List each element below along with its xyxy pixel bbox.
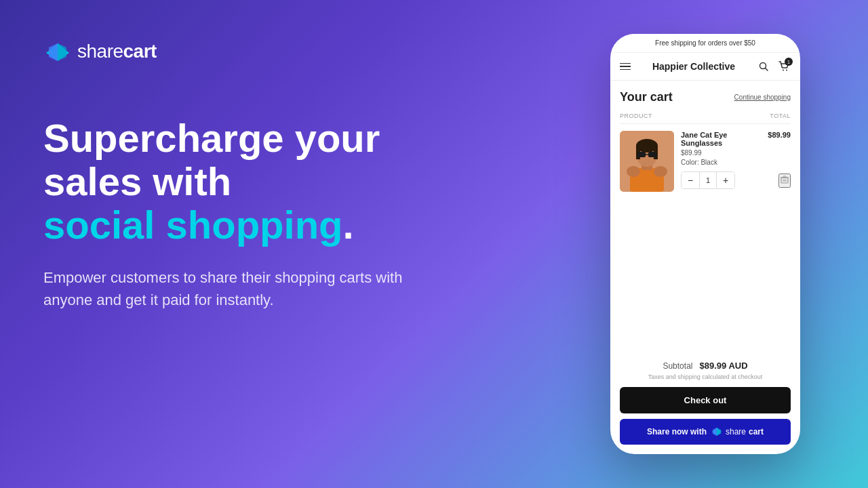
cart-badge: 1 (785, 58, 793, 66)
phone-mockup: Free shipping for orders over $50 Happie… (610, 34, 800, 454)
product-price-small: $89.99 (681, 149, 768, 157)
sharecart-logo-icon (43, 41, 71, 62)
svg-point-3 (786, 70, 787, 71)
product-info: Jane Cat Eye Sunglasses $89.99 Color: Bl… (681, 131, 791, 192)
subtext: Empower customers to share their shoppin… (43, 266, 403, 311)
product-image (620, 131, 674, 192)
store-name: Happier Collective (652, 61, 735, 72)
subtotal-value: $89.99 AUD (699, 361, 747, 371)
svg-point-2 (783, 70, 784, 71)
cart-content: Your cart Continue shopping PRODUCT TOTA… (610, 81, 800, 354)
share-brand-text: share (726, 427, 746, 436)
store-header: Happier Collective 1 (610, 53, 800, 81)
headline-period: . (343, 203, 354, 247)
headline: Supercharge your sales with social shopp… (43, 117, 464, 246)
share-button-logo: sharecart (711, 427, 764, 436)
share-button-text: Share now with (647, 427, 707, 436)
hamburger-menu[interactable] (620, 63, 631, 70)
subtotal-row: Subtotal $89.99 AUD (620, 361, 791, 371)
svg-rect-12 (648, 152, 656, 157)
svg-line-1 (766, 68, 768, 71)
taxes-note: Taxes and shipping calculated at checkou… (620, 373, 791, 380)
checkout-section: Check out Share now with sharecart (610, 387, 800, 454)
product-col-header: PRODUCT (620, 113, 652, 119)
svg-point-14 (627, 166, 640, 177)
svg-point-15 (654, 166, 667, 177)
left-panel: sharecart Supercharge your sales with so… (43, 41, 464, 311)
share-button[interactable]: Share now with sharecart (620, 419, 791, 445)
product-color: Color: Black (681, 159, 768, 166)
subtotal-label: Subtotal (663, 361, 692, 371)
svg-rect-18 (783, 176, 786, 178)
logo: sharecart (43, 41, 464, 62)
headline-line3: social shopping. (43, 203, 464, 247)
headline-line1: Supercharge your (43, 117, 464, 160)
checkout-button[interactable]: Check out (620, 387, 791, 413)
headline-line2: sales with (43, 160, 464, 203)
quantity-row: − 1 + (681, 171, 791, 189)
quantity-control: − 1 + (681, 171, 735, 189)
share-brand-cart: cart (749, 427, 764, 436)
cart-header: Your cart Continue shopping (620, 90, 791, 104)
continue-shopping-link[interactable]: Continue shopping (734, 94, 791, 101)
store-header-icons: 1 (757, 60, 791, 73)
product-name: Jane Cat Eye Sunglasses (681, 131, 768, 147)
svg-rect-11 (637, 152, 646, 157)
logo-text: sharecart (77, 41, 157, 62)
total-col-header: TOTAL (770, 113, 791, 119)
store-banner: Free shipping for orders over $50 (610, 34, 800, 53)
quantity-decrease-button[interactable]: − (682, 172, 699, 188)
product-row: Jane Cat Eye Sunglasses $89.99 Color: Bl… (620, 131, 791, 192)
cart-icon[interactable]: 1 (777, 60, 791, 73)
delete-item-button[interactable] (778, 174, 791, 188)
cart-columns: PRODUCT TOTAL (620, 113, 791, 124)
search-icon[interactable] (757, 60, 770, 73)
cart-title: Your cart (620, 90, 673, 104)
quantity-value: 1 (699, 172, 717, 188)
subtotal-section: Subtotal $89.99 AUD Taxes and shipping c… (610, 354, 800, 387)
product-price-large: $89.99 (768, 131, 791, 171)
quantity-increase-button[interactable]: + (717, 172, 734, 188)
headline-highlight: social shopping (43, 203, 343, 247)
